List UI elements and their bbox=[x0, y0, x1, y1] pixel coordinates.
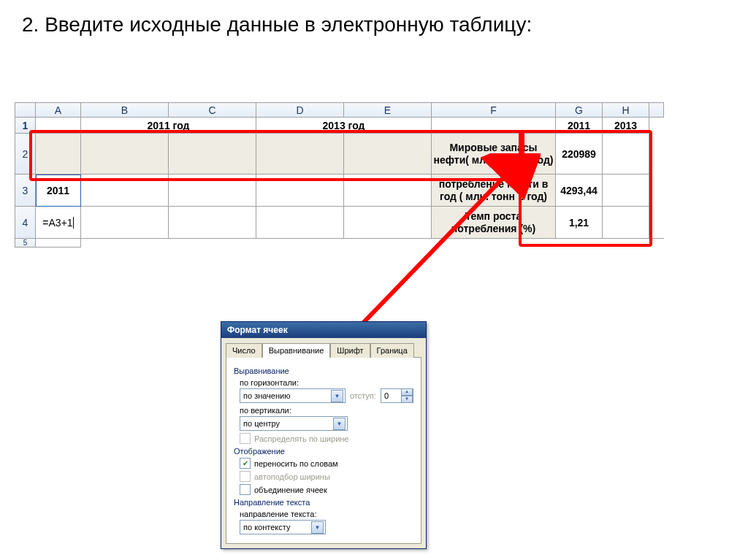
cell-B3[interactable] bbox=[81, 174, 169, 207]
cell-G4[interactable]: 1,21 bbox=[556, 207, 603, 239]
col-header-E[interactable]: E bbox=[344, 103, 432, 118]
row-header-5[interactable]: 5 bbox=[15, 239, 36, 248]
formula-text: =A3+1 bbox=[42, 217, 73, 229]
format-cells-dialog: Формат ячеек Число Выравнивание Шрифт Гр… bbox=[221, 321, 427, 549]
label-indent: отступ: bbox=[350, 391, 376, 400]
cell-H1[interactable]: 2013 bbox=[603, 118, 649, 134]
cell-E4[interactable] bbox=[344, 207, 432, 239]
cell-G3[interactable]: 4293,44 bbox=[556, 174, 603, 207]
cell-F2[interactable]: Мировые запасы нефти( млн. тонн в год) bbox=[432, 134, 556, 174]
cell-E3[interactable] bbox=[344, 174, 432, 207]
cell-D3[interactable] bbox=[256, 174, 344, 207]
select-horizontal[interactable]: по значению ▼ bbox=[240, 388, 346, 403]
select-direction[interactable]: по контексту ▼ bbox=[240, 520, 326, 534]
cell-extra[interactable] bbox=[649, 118, 664, 134]
spreadsheet-table: A B C D E F G H 1 2011 год 2013 год 2011… bbox=[15, 102, 664, 248]
cell-A1[interactable] bbox=[36, 118, 81, 134]
chevron-down-icon: ▼ bbox=[333, 418, 346, 430]
row-header-4[interactable]: 4 bbox=[15, 207, 36, 239]
cell-G1[interactable]: 2011 bbox=[556, 118, 603, 134]
cell-extra[interactable] bbox=[649, 134, 664, 174]
col-header-D[interactable]: D bbox=[256, 103, 344, 118]
cell-D1E1[interactable]: 2013 год bbox=[256, 118, 432, 134]
col-header-extra[interactable] bbox=[649, 103, 664, 118]
checkbox-wrap[interactable]: ✔ bbox=[240, 458, 251, 469]
label-horizontal: по горизонтали: bbox=[240, 378, 413, 387]
spinner-indent[interactable]: 0 ▲▼ bbox=[381, 388, 413, 403]
select-all-corner[interactable] bbox=[15, 103, 36, 118]
cell-D4[interactable] bbox=[256, 207, 344, 239]
select-horizontal-value: по значению bbox=[243, 391, 290, 400]
row-header-2[interactable]: 2 bbox=[15, 134, 36, 174]
col-header-C[interactable]: C bbox=[169, 103, 256, 118]
cell-H2[interactable] bbox=[603, 134, 649, 174]
label-wrap: переносить по словам bbox=[254, 459, 338, 468]
page-title: 2. Введите исходные данные в электронную… bbox=[0, 0, 748, 37]
spreadsheet: A B C D E F G H 1 2011 год 2013 год 2011… bbox=[15, 102, 664, 248]
checkbox-merge[interactable] bbox=[240, 484, 251, 495]
tab-font[interactable]: Шрифт bbox=[330, 343, 370, 358]
cell-B4[interactable] bbox=[81, 207, 169, 239]
dialog-title: Формат ячеек bbox=[221, 322, 426, 338]
table-row: 4 =A3+1 Темп роста потребления (%) 1,21 bbox=[15, 207, 664, 239]
label-autofit: автоподбор ширины bbox=[254, 472, 330, 481]
col-header-H[interactable]: H bbox=[603, 103, 649, 118]
cell-C2[interactable] bbox=[169, 134, 256, 174]
table-row: 3 2011 потребление нефти в год ( млн. то… bbox=[15, 174, 664, 207]
cell-A4[interactable]: =A3+1 bbox=[36, 207, 81, 239]
cell-extra[interactable] bbox=[649, 207, 664, 239]
tab-border[interactable]: Граница bbox=[370, 343, 414, 358]
cell-A2[interactable] bbox=[36, 134, 81, 174]
cell-B1C1[interactable]: 2011 год bbox=[81, 118, 256, 134]
cell-B2[interactable] bbox=[81, 134, 169, 174]
dialog-body: Выравнивание по горизонтали: по значению… bbox=[226, 357, 421, 544]
label-direction: направление текста: bbox=[240, 510, 413, 518]
tab-alignment[interactable]: Выравнивание bbox=[262, 343, 331, 358]
dialog-tabs: Число Выравнивание Шрифт Граница bbox=[221, 338, 426, 357]
table-row: 5 bbox=[15, 239, 664, 248]
col-header-G[interactable]: G bbox=[556, 103, 603, 118]
select-direction-value: по контексту bbox=[243, 523, 290, 532]
col-header-F[interactable]: F bbox=[432, 103, 556, 118]
cell-C3[interactable] bbox=[169, 174, 256, 207]
chevron-down-icon: ▼ bbox=[331, 390, 343, 402]
table-row: 1 2011 год 2013 год 2011 2013 bbox=[15, 118, 664, 134]
cell-A3[interactable]: 2011 bbox=[36, 174, 81, 207]
group-text-direction: Направление текста bbox=[234, 498, 413, 507]
cell-H4[interactable] bbox=[603, 207, 649, 239]
cell-E2[interactable] bbox=[344, 134, 432, 174]
chevron-down-icon: ▼ bbox=[311, 521, 324, 534]
select-vertical-value: по центру bbox=[243, 419, 280, 428]
spinner-indent-value: 0 bbox=[384, 391, 389, 400]
cell-D2[interactable] bbox=[256, 134, 344, 174]
checkbox-autofit bbox=[240, 471, 251, 482]
cell-A5[interactable] bbox=[36, 239, 81, 248]
cell-F3[interactable]: потребление нефти в год ( млн. тонн в го… bbox=[432, 174, 556, 207]
table-row: 2 Мировые запасы нефти( млн. тонн в год)… bbox=[15, 134, 664, 174]
col-header-A[interactable]: A bbox=[36, 103, 81, 118]
col-header-B[interactable]: B bbox=[81, 103, 169, 118]
group-display: Отображение bbox=[234, 447, 413, 456]
label-vertical: по вертикали: bbox=[240, 406, 413, 415]
label-merge: объединение ячеек bbox=[254, 486, 327, 494]
cell-H3[interactable] bbox=[603, 174, 649, 207]
cell-extra[interactable] bbox=[81, 239, 664, 248]
spinner-up-icon[interactable]: ▲ bbox=[401, 388, 413, 396]
select-vertical[interactable]: по центру ▼ bbox=[240, 416, 348, 431]
checkbox-distribute bbox=[240, 433, 251, 444]
group-alignment: Выравнивание bbox=[234, 367, 413, 375]
row-header-3[interactable]: 3 bbox=[15, 174, 36, 207]
tab-number[interactable]: Число bbox=[226, 343, 262, 358]
cell-G2[interactable]: 220989 bbox=[556, 134, 603, 174]
row-header-1[interactable]: 1 bbox=[15, 118, 36, 134]
cell-F4[interactable]: Темп роста потребления (%) bbox=[432, 207, 556, 239]
spinner-down-icon[interactable]: ▼ bbox=[401, 396, 413, 403]
cell-F1[interactable] bbox=[432, 118, 556, 134]
cell-extra[interactable] bbox=[649, 174, 664, 207]
label-distribute: Распределять по ширине bbox=[254, 434, 348, 443]
cell-C4[interactable] bbox=[169, 207, 256, 239]
